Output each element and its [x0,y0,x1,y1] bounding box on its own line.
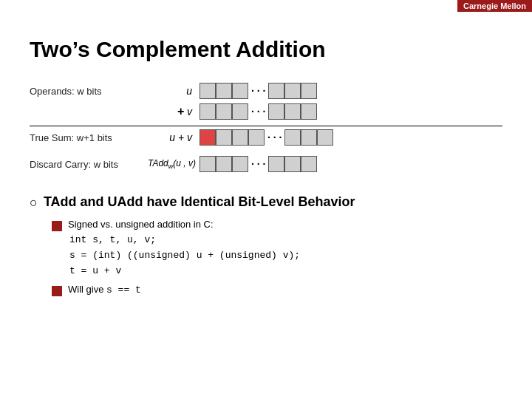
bit-box [232,129,248,146]
operand-symbol: u [148,85,200,97]
dots: · · · [248,158,268,170]
sub-bullet-2-text: Will give s == t [68,284,141,296]
discard-carry-bits: · · · [200,156,317,172]
plus-v-row: +v · · · [30,103,502,120]
bit-box [284,156,301,172]
diagram-section: Operands: w bits u · · · +v · · [30,83,502,177]
bit-box [284,103,301,120]
dots: · · · [265,132,284,143]
bit-box [317,129,333,146]
code-block: int s, t, u, v;s = (int) ((unsigned) u +… [69,233,300,279]
sub-bullet-1-intro: Signed vs. unsigned addition in C: [68,219,300,230]
bit-box-carry [200,129,216,146]
discard-carry-symbol: TAddw(u , v) [148,158,200,170]
sub-bullets: Signed vs. unsigned addition in C: int s… [52,219,502,296]
page-title: Two’s Complement Addition [30,37,502,62]
bit-box [232,83,248,99]
bit-box [216,103,232,120]
bit-box [301,83,317,99]
bit-box [301,103,317,120]
operand-label: Operands: w bits [30,86,148,97]
bit-box [216,156,232,172]
red-square-icon [52,221,62,231]
bit-box [268,156,284,172]
bit-box [268,83,284,99]
discard-carry-row: Discard Carry: w bits TAddw(u , v) · · · [30,156,502,172]
sub-bullet-2: Will give s == t [52,284,502,296]
bit-box [232,156,248,172]
main-bullet: ○ TAdd and UAdd have Identical Bit-Level… [30,194,502,211]
true-sum-symbol: u + v [148,132,200,143]
bit-box [216,83,232,99]
red-square-icon-2 [52,286,62,296]
true-sum-bits: · · · [200,129,333,146]
carnegie-mellon-brand: Carnegie Mellon [457,0,532,12]
true-sum-row: True Sum: w+1 bits u + v · · · [30,126,502,146]
bit-box [301,156,317,172]
operand-bits: · · · [200,83,317,99]
discard-carry-label: Discard Carry: w bits [30,159,148,170]
plus-v-symbol: +v [148,105,200,118]
bit-box [248,129,265,146]
bit-box [200,83,216,99]
bit-box [200,103,216,120]
sub-bullet-1: Signed vs. unsigned addition in C: int s… [52,219,502,279]
sub-bullet-1-content: Signed vs. unsigned addition in C: int s… [68,219,300,279]
plus-v-bits: · · · [200,103,317,120]
circle-bullet-icon: ○ [30,194,38,211]
bit-box [284,83,301,99]
bit-box [301,129,317,146]
dots: · · · [248,106,268,117]
main-content: Two’s Complement Addition Operands: w bi… [0,15,532,314]
bit-box [200,156,216,172]
bit-box [268,103,284,120]
bit-box [284,129,301,146]
bit-box [232,103,248,120]
bit-box [216,129,232,146]
dots: · · · [248,85,268,97]
main-bullet-text: TAdd and UAdd have Identical Bit-Level B… [44,194,355,210]
true-sum-label: True Sum: w+1 bits [30,132,148,143]
operand-row: Operands: w bits u · · · [30,83,502,99]
